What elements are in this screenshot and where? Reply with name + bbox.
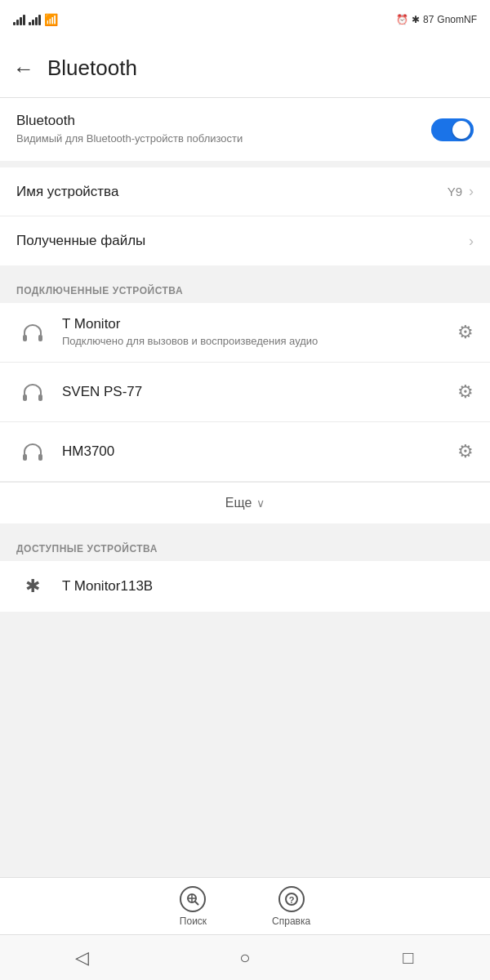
svg-rect-3 bbox=[38, 394, 42, 401]
available-section-header: ДОСТУПНЫЕ УСТРОЙСТВА bbox=[0, 530, 490, 561]
status-left: 📶 bbox=[13, 13, 58, 26]
bluetooth-toggle-left: Bluetooth Видимый для Bluetooth-устройст… bbox=[16, 113, 243, 146]
available-item-0[interactable]: ✱ T Monitor113B bbox=[0, 561, 490, 612]
device-info-1: SVEN PS-77 bbox=[62, 384, 457, 400]
search-circle-icon bbox=[180, 886, 206, 912]
search-bottom-label: Поиск bbox=[180, 915, 207, 927]
device-name-section: Имя устройства Y9 › Полученные файлы › bbox=[0, 167, 490, 265]
received-files-item[interactable]: Полученные файлы › bbox=[0, 216, 490, 265]
headphone-icon-1 bbox=[16, 376, 49, 408]
signal-icon-1 bbox=[13, 14, 25, 25]
svg-rect-4 bbox=[23, 454, 27, 461]
received-files-label: Полученные файлы bbox=[16, 233, 145, 249]
help-bottom-label: Справка bbox=[272, 915, 310, 927]
device-name-right: Y9 › bbox=[448, 183, 474, 200]
headphone-icon-0 bbox=[16, 316, 49, 349]
bluetooth-toggle-section: Bluetooth Видимый для Bluetooth-устройст… bbox=[0, 98, 490, 161]
battery-level: 87 bbox=[423, 14, 434, 25]
received-files-left: Полученные файлы bbox=[16, 233, 145, 249]
alarm-icon: ⏰ bbox=[396, 14, 408, 25]
gear-icon-1[interactable]: ⚙ bbox=[457, 381, 474, 403]
more-label: Еще bbox=[225, 496, 252, 510]
bluetooth-toggle-item[interactable]: Bluetooth Видимый для Bluetooth-устройст… bbox=[0, 98, 490, 161]
page-title: Bluetooth bbox=[47, 56, 137, 81]
gear-icon-2[interactable]: ⚙ bbox=[457, 441, 474, 462]
received-files-chevron: › bbox=[469, 233, 474, 250]
help-circle-icon: ? bbox=[278, 886, 305, 912]
device-name-label: Имя устройства bbox=[16, 184, 118, 200]
available-device-name-0: T Monitor113B bbox=[62, 578, 153, 595]
svg-text:?: ? bbox=[288, 895, 294, 905]
device-name-1: SVEN PS-77 bbox=[62, 384, 457, 400]
more-button[interactable]: Еще ∨ bbox=[0, 482, 490, 523]
more-chevron-icon: ∨ bbox=[256, 497, 265, 510]
device-info-2: HM3700 bbox=[62, 443, 457, 460]
device-name-chevron: › bbox=[469, 183, 474, 200]
bluetooth-status-icon: ✱ bbox=[412, 14, 420, 25]
bluetooth-toggle-title: Bluetooth bbox=[16, 113, 243, 129]
nav-back-button[interactable]: ◁ bbox=[57, 942, 106, 974]
received-files-right: › bbox=[469, 233, 474, 250]
device-status-0: Подключено для вызовов и воспроизведения… bbox=[62, 334, 457, 349]
nav-recent-button[interactable]: □ bbox=[384, 942, 433, 974]
device-info-0: T Monitor Подключено для вызовов и воспр… bbox=[62, 316, 457, 349]
headphone-icon-2 bbox=[16, 435, 49, 468]
connected-section-header: ПОДКЛЮЧЕННЫЕ УСТРОЙСТВА bbox=[0, 272, 490, 303]
svg-rect-2 bbox=[23, 394, 27, 401]
svg-rect-5 bbox=[38, 454, 42, 461]
device-item-1: SVEN PS-77 ⚙ bbox=[0, 363, 490, 422]
content: Bluetooth Видимый для Bluetooth-устройст… bbox=[0, 98, 490, 885]
bluetooth-device-icon: ✱ bbox=[16, 576, 49, 597]
available-section: ДОСТУПНЫЕ УСТРОЙСТВА ✱ T Monitor113B bbox=[0, 530, 490, 612]
device-name-value: Y9 bbox=[448, 185, 462, 198]
device-name-2: HM3700 bbox=[62, 443, 457, 460]
bluetooth-toggle-switch[interactable] bbox=[431, 118, 474, 141]
svg-rect-0 bbox=[23, 335, 27, 341]
svg-rect-1 bbox=[38, 335, 42, 341]
nav-home-button[interactable]: ○ bbox=[220, 942, 270, 974]
signal-icon-2 bbox=[29, 14, 41, 25]
nav-bar: ◁ ○ □ bbox=[0, 934, 490, 980]
available-devices-card: ✱ T Monitor113B bbox=[0, 561, 490, 612]
status-right: ⏰ ✱ 87 GnomNF bbox=[396, 14, 477, 25]
username: GnomNF bbox=[437, 14, 477, 25]
device-name-item[interactable]: Имя устройства Y9 › bbox=[0, 167, 490, 216]
wifi-icon: 📶 bbox=[44, 13, 58, 26]
bluetooth-toggle-subtitle: Видимый для Bluetooth-устройств поблизос… bbox=[16, 131, 243, 146]
device-item-0: T Monitor Подключено для вызовов и воспр… bbox=[0, 303, 490, 363]
device-name-0: T Monitor bbox=[62, 316, 457, 332]
help-bottom-button[interactable]: ? Справка bbox=[272, 886, 310, 927]
bluetooth-toggle-right bbox=[431, 118, 474, 141]
search-bottom-button[interactable]: Поиск bbox=[180, 886, 207, 927]
status-bar: 📶 ⏰ ✱ 87 GnomNF bbox=[0, 0, 490, 39]
connected-section: ПОДКЛЮЧЕННЫЕ УСТРОЙСТВА T Monitor Подклю… bbox=[0, 272, 490, 523]
back-button[interactable]: ← bbox=[13, 58, 34, 79]
device-item-2: HM3700 ⚙ bbox=[0, 422, 490, 482]
gear-icon-0[interactable]: ⚙ bbox=[457, 322, 474, 343]
app-bar: ← Bluetooth bbox=[0, 39, 490, 98]
device-name-left: Имя устройства bbox=[16, 184, 118, 200]
bottom-action-bar: Поиск ? Справка bbox=[0, 877, 490, 934]
connected-devices-card: T Monitor Подключено для вызовов и воспр… bbox=[0, 303, 490, 523]
